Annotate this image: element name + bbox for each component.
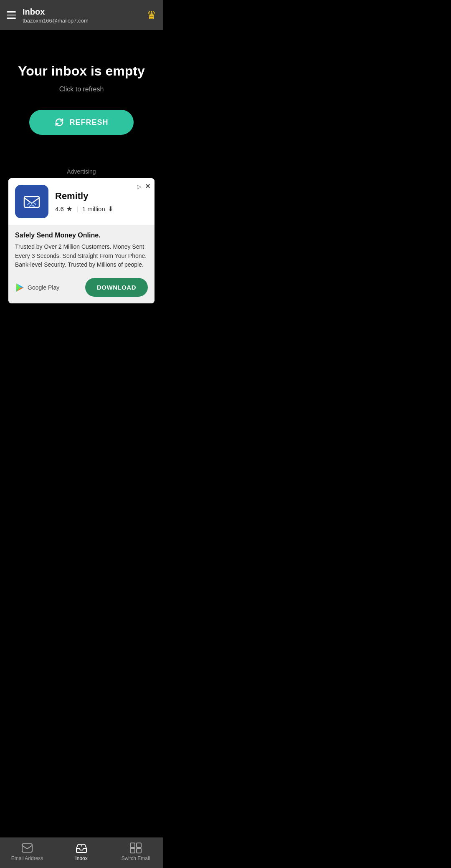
ad-download-icon: ⬇ [108, 205, 113, 213]
ad-star-icon: ★ [66, 205, 72, 213]
download-button[interactable]: DOWNLOAD [85, 278, 148, 297]
ad-close-button[interactable]: ✕ [145, 182, 150, 190]
crown-icon: ♛ [147, 9, 156, 22]
ad-body: Safely Send Money Online. Trusted by Ove… [8, 225, 155, 303]
ad-top-section: Remitly 4.6 ★ | 1 million ⬇ ▷ ✕ [8, 178, 155, 225]
ad-installs: 1 million [82, 205, 105, 212]
refresh-button[interactable]: REFRESH [29, 110, 133, 135]
empty-inbox-title: Your inbox is empty [18, 63, 144, 79]
ad-rating-row: 4.6 ★ | 1 million ⬇ [55, 205, 148, 213]
ad-divider: | [76, 205, 78, 212]
header-email: tbazoxm166@mailop7.com [23, 18, 147, 24]
refresh-button-label: REFRESH [69, 118, 108, 127]
advertising-label: Advertising [67, 168, 96, 175]
main-content: Your inbox is empty Click to refresh REF… [0, 30, 163, 353]
refresh-icon [54, 117, 64, 127]
menu-button[interactable] [7, 11, 16, 19]
ad-app-name: Remitly [55, 191, 148, 202]
ad-body-title: Safely Send Money Online. [15, 232, 148, 239]
ad-controls: ▷ ✕ [137, 182, 150, 190]
header-title: Inbox [23, 7, 147, 17]
ad-app-icon [15, 185, 48, 218]
header: Inbox tbazoxm166@mailop7.com ♛ [0, 0, 163, 30]
ad-footer: Google Play DOWNLOAD [15, 278, 148, 297]
ad-body-text: Trusted by Over 2 Million Customers. Mon… [15, 242, 148, 270]
google-play-badge: Google Play [15, 283, 59, 293]
ad-rating: 4.6 [55, 205, 64, 212]
google-play-text: Google Play [28, 284, 59, 291]
remitly-logo-svg [21, 191, 43, 212]
ad-info: Remitly 4.6 ★ | 1 million ⬇ [55, 191, 148, 213]
empty-inbox-subtitle: Click to refresh [59, 86, 104, 93]
page-wrapper: Inbox tbazoxm166@mailop7.com ♛ Your inbo… [0, 0, 163, 353]
ad-play-icon: ▷ [137, 183, 142, 190]
google-play-icon [15, 283, 25, 293]
header-title-block: Inbox tbazoxm166@mailop7.com [23, 7, 147, 24]
ad-card: Remitly 4.6 ★ | 1 million ⬇ ▷ ✕ Safely S… [8, 178, 155, 303]
